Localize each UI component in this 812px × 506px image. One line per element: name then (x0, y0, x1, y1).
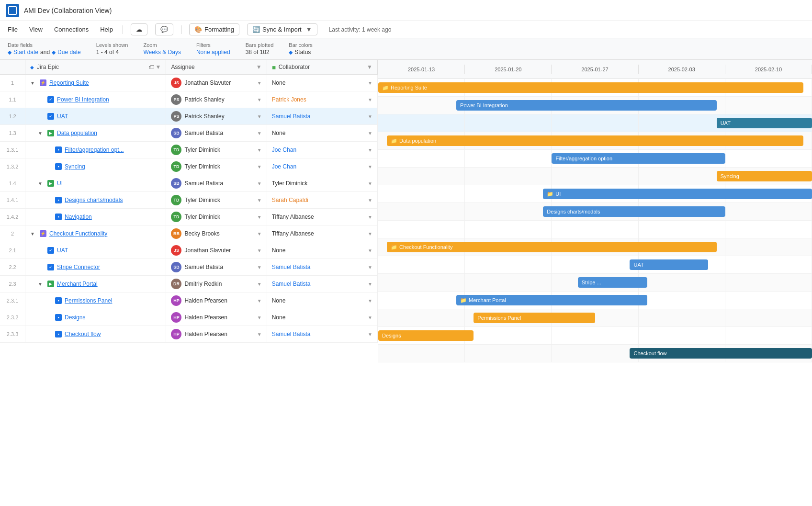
gantt-grid-cell (378, 150, 465, 167)
gantt-bar[interactable]: Designs charts/modals (543, 206, 725, 217)
task-link[interactable]: UAT (57, 113, 68, 120)
task-link[interactable]: UAT (57, 247, 68, 254)
gantt-grid-cell (639, 274, 725, 291)
expand-btn[interactable]: ▼ (38, 181, 43, 186)
due-date-value[interactable]: Due date (57, 49, 81, 56)
expand-btn[interactable]: ▼ (30, 231, 35, 236)
menu-view[interactable]: View (27, 25, 45, 34)
expand-btn[interactable]: ▼ (38, 131, 43, 136)
task-link[interactable]: Data population (57, 130, 97, 136)
gantt-bar[interactable]: Stripe ... (578, 277, 647, 288)
collaborator-dropdown[interactable]: ▼ (368, 281, 372, 287)
collaborator-dropdown[interactable]: ▼ (368, 114, 372, 119)
gantt-bar[interactable]: UAT (630, 259, 708, 270)
row-number: 1.4.1 (0, 192, 25, 209)
sync-import-button[interactable]: 🔄 Sync & Import ▼ (247, 23, 317, 35)
task-link[interactable]: Checkout Functionality (49, 230, 107, 237)
assignee-dropdown[interactable]: ▼ (257, 214, 262, 220)
gantt-grid-cell (378, 97, 465, 114)
collab-filter-icon[interactable]: ▼ (367, 64, 372, 70)
levels-value[interactable]: 1 - 4 of 4 (96, 49, 128, 56)
col-header-collaborator: ◼ Collaborator ▼ (267, 60, 377, 75)
task-link[interactable]: Merchant Portal (57, 281, 98, 287)
assignee-dropdown[interactable]: ▼ (257, 198, 262, 203)
task-link[interactable]: UI (57, 180, 63, 187)
collaborator-dropdown[interactable]: ▼ (368, 131, 372, 136)
collaborator-dropdown[interactable]: ▼ (368, 181, 372, 186)
collaborator-cell: None ▼ (267, 292, 377, 309)
expand-btn[interactable]: ▼ (38, 281, 43, 287)
collaborator-dropdown[interactable]: ▼ (368, 332, 372, 337)
bars-value[interactable]: 38 of 102 (246, 49, 274, 56)
assignee-dropdown[interactable]: ▼ (257, 248, 262, 253)
assignee-filter-icon[interactable]: ▼ (256, 64, 262, 70)
task-link[interactable]: Reporting Suite (49, 79, 89, 86)
assignee-dropdown[interactable]: ▼ (257, 164, 262, 169)
gantt-bar[interactable]: Permissions Panel (474, 313, 595, 323)
assignee-dropdown[interactable]: ▼ (257, 332, 262, 337)
gantt-bar[interactable]: 📁UI (543, 189, 812, 199)
assignee-dropdown[interactable]: ▼ (257, 315, 262, 320)
gantt-bar[interactable]: Filter/aggregation option (552, 153, 725, 164)
assignee-dropdown[interactable]: ▼ (257, 298, 262, 304)
collaborator-cell: Samuel Batista ▼ (267, 326, 377, 343)
filters-value[interactable]: None applied (196, 49, 230, 56)
task-link[interactable]: Power BI Integration (57, 96, 109, 103)
task-link[interactable]: Navigation (65, 214, 92, 220)
assignee-dropdown[interactable]: ▼ (257, 114, 262, 119)
collaborator-dropdown[interactable]: ▼ (368, 164, 372, 169)
task-link[interactable]: Syncing (65, 163, 85, 170)
epic-filter-icon[interactable]: ▼ (156, 64, 161, 70)
row-number: 1.3.2 (0, 158, 25, 175)
cloud-button[interactable]: ☁ (131, 23, 147, 35)
assignee-dropdown[interactable]: ▼ (257, 265, 262, 270)
assignee-dropdown[interactable]: ▼ (257, 147, 262, 153)
assignee-dropdown[interactable]: ▼ (257, 231, 262, 236)
collaborator-dropdown[interactable]: ▼ (368, 248, 372, 253)
formatting-button[interactable]: 🎨 Formatting (189, 23, 239, 35)
collaborator-dropdown[interactable]: ▼ (368, 80, 372, 86)
gantt-bar[interactable]: 📁Merchant Portal (456, 295, 647, 305)
collaborator-dropdown[interactable]: ▼ (368, 198, 372, 203)
gantt-row: Syncing (378, 168, 812, 185)
gantt-bar[interactable]: Designs (378, 330, 474, 341)
collaborator-dropdown[interactable]: ▼ (368, 97, 372, 102)
menu-connections[interactable]: Connections (52, 25, 90, 34)
collaborator-dropdown[interactable]: ▼ (368, 147, 372, 153)
menu-help[interactable]: Help (98, 25, 115, 34)
assignee-dropdown[interactable]: ▼ (257, 181, 262, 186)
task-table-panel: ◆ Jira Epic 🏷 ▼ Assignee ▼ (0, 60, 378, 501)
task-link[interactable]: Permissions Panel (65, 297, 112, 304)
gantt-bar[interactable]: 📁Checkout Functionality (387, 242, 717, 252)
assignee-name: Tyler Diminick (184, 197, 220, 203)
gantt-bar[interactable]: 📁Reporting Suite (378, 82, 803, 93)
gantt-grid-cell (465, 221, 552, 238)
zoom-value[interactable]: Weeks & Days (143, 49, 180, 56)
task-link[interactable]: Filter/aggregation opt... (65, 146, 124, 153)
gantt-bar[interactable]: Checkout flow (630, 348, 812, 359)
assignee-dropdown[interactable]: ▼ (257, 281, 262, 287)
gantt-bar[interactable]: UAT (717, 118, 812, 128)
expand-btn[interactable]: ▼ (30, 80, 35, 86)
task-link[interactable]: Checkout flow (65, 331, 101, 337)
collaborator-dropdown[interactable]: ▼ (368, 315, 372, 320)
collaborator-dropdown[interactable]: ▼ (368, 214, 372, 220)
gantt-grid-cell (465, 168, 552, 185)
assignee-dropdown[interactable]: ▼ (257, 80, 262, 86)
gantt-grid-cell (552, 221, 638, 238)
start-date-value[interactable]: Start date (13, 49, 38, 56)
task-link[interactable]: Designs charts/modals (65, 197, 123, 203)
gantt-bar[interactable]: Syncing (717, 171, 812, 181)
gantt-bar[interactable]: Power BI Integration (456, 100, 717, 111)
collaborator-dropdown[interactable]: ▼ (368, 231, 372, 236)
epic-cell: ✓ UAT (25, 108, 166, 125)
collaborator-dropdown[interactable]: ▼ (368, 265, 372, 270)
gantt-bar[interactable]: 📁Data population (387, 135, 803, 146)
comment-button[interactable]: 💬 (155, 23, 173, 35)
assignee-dropdown[interactable]: ▼ (257, 131, 262, 136)
collaborator-dropdown[interactable]: ▼ (368, 298, 372, 304)
task-link[interactable]: Stripe Connector (57, 264, 100, 270)
assignee-dropdown[interactable]: ▼ (257, 97, 262, 102)
task-link[interactable]: Designs (65, 314, 85, 321)
menu-file[interactable]: File (6, 25, 20, 34)
